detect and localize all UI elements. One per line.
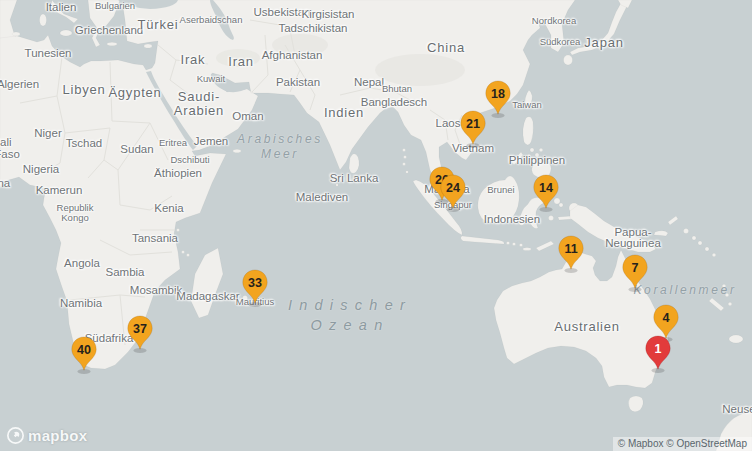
svg-text:11: 11 xyxy=(564,242,577,256)
svg-text:33: 33 xyxy=(248,276,262,290)
map-attribution[interactable]: © Mapbox © OpenStreetMap xyxy=(613,437,752,451)
svg-text:14: 14 xyxy=(539,181,553,195)
map-marker-21[interactable]: 21 xyxy=(458,109,488,149)
svg-text:1: 1 xyxy=(655,342,662,356)
svg-text:24: 24 xyxy=(446,181,460,195)
svg-text:18: 18 xyxy=(491,87,505,101)
mapbox-logo-text: mapbox xyxy=(28,427,87,444)
mapbox-logo[interactable]: mapbox xyxy=(7,427,87,444)
map-marker-11[interactable]: 11 xyxy=(556,234,586,274)
map-marker-1[interactable]: 1 xyxy=(643,334,673,374)
mapbox-logo-icon xyxy=(7,427,24,444)
svg-text:7: 7 xyxy=(632,261,639,275)
map-marker-33[interactable]: 33 xyxy=(240,268,270,308)
map-marker-24[interactable]: 24 xyxy=(438,173,468,213)
map-marker-14[interactable]: 14 xyxy=(531,173,561,213)
map-marker-40[interactable]: 40 xyxy=(69,335,99,375)
map-landmass-layer xyxy=(0,0,752,451)
map-marker-37[interactable]: 37 xyxy=(125,314,155,354)
map-canvas[interactable]: ItalienBulgarienGriechenlandTürkeiAserba… xyxy=(0,0,752,451)
map-marker-7[interactable]: 7 xyxy=(620,253,650,293)
svg-text:37: 37 xyxy=(133,322,147,336)
svg-text:40: 40 xyxy=(77,343,91,357)
svg-text:4: 4 xyxy=(663,311,670,325)
svg-text:21: 21 xyxy=(466,117,480,131)
